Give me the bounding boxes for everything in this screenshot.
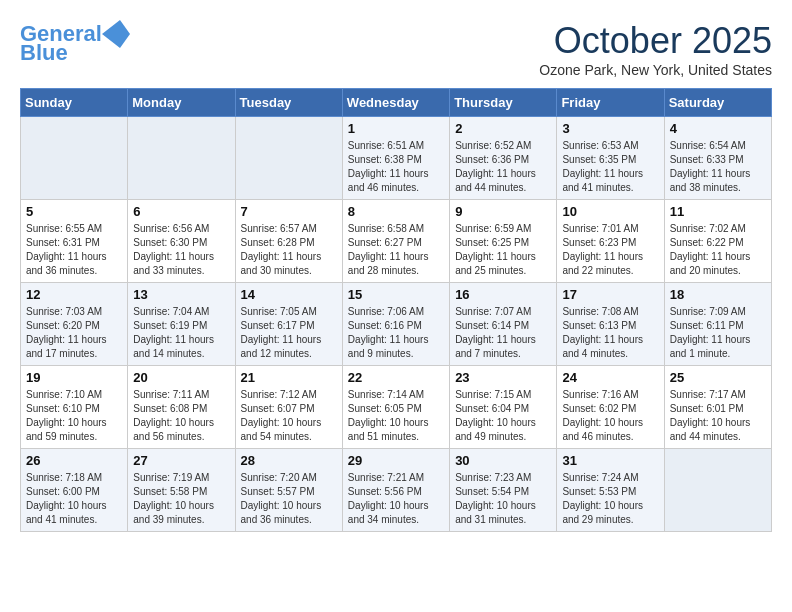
calendar-cell: [21, 117, 128, 200]
day-info: Sunrise: 7:02 AMSunset: 6:22 PMDaylight:…: [670, 222, 766, 278]
day-number: 19: [26, 370, 122, 385]
calendar-cell: 18Sunrise: 7:09 AMSunset: 6:11 PMDayligh…: [664, 283, 771, 366]
day-number: 1: [348, 121, 444, 136]
calendar-cell: 25Sunrise: 7:17 AMSunset: 6:01 PMDayligh…: [664, 366, 771, 449]
day-info: Sunrise: 6:59 AMSunset: 6:25 PMDaylight:…: [455, 222, 551, 278]
day-number: 28: [241, 453, 337, 468]
day-number: 22: [348, 370, 444, 385]
day-info: Sunrise: 7:14 AMSunset: 6:05 PMDaylight:…: [348, 388, 444, 444]
day-number: 17: [562, 287, 658, 302]
day-number: 15: [348, 287, 444, 302]
calendar-cell: 6Sunrise: 6:56 AMSunset: 6:30 PMDaylight…: [128, 200, 235, 283]
day-number: 3: [562, 121, 658, 136]
day-number: 11: [670, 204, 766, 219]
day-number: 9: [455, 204, 551, 219]
calendar-cell: 24Sunrise: 7:16 AMSunset: 6:02 PMDayligh…: [557, 366, 664, 449]
day-info: Sunrise: 7:24 AMSunset: 5:53 PMDaylight:…: [562, 471, 658, 527]
calendar-cell: 9Sunrise: 6:59 AMSunset: 6:25 PMDaylight…: [450, 200, 557, 283]
day-info: Sunrise: 6:54 AMSunset: 6:33 PMDaylight:…: [670, 139, 766, 195]
calendar-cell: 28Sunrise: 7:20 AMSunset: 5:57 PMDayligh…: [235, 449, 342, 532]
day-number: 10: [562, 204, 658, 219]
weekday-header: Saturday: [664, 89, 771, 117]
calendar-cell: 7Sunrise: 6:57 AMSunset: 6:28 PMDaylight…: [235, 200, 342, 283]
day-number: 21: [241, 370, 337, 385]
day-info: Sunrise: 7:23 AMSunset: 5:54 PMDaylight:…: [455, 471, 551, 527]
day-info: Sunrise: 7:01 AMSunset: 6:23 PMDaylight:…: [562, 222, 658, 278]
day-number: 18: [670, 287, 766, 302]
calendar-table: SundayMondayTuesdayWednesdayThursdayFrid…: [20, 88, 772, 532]
day-info: Sunrise: 7:09 AMSunset: 6:11 PMDaylight:…: [670, 305, 766, 361]
calendar-week-row: 26Sunrise: 7:18 AMSunset: 6:00 PMDayligh…: [21, 449, 772, 532]
day-number: 7: [241, 204, 337, 219]
calendar-cell: 11Sunrise: 7:02 AMSunset: 6:22 PMDayligh…: [664, 200, 771, 283]
day-number: 6: [133, 204, 229, 219]
day-info: Sunrise: 6:51 AMSunset: 6:38 PMDaylight:…: [348, 139, 444, 195]
day-info: Sunrise: 6:55 AMSunset: 6:31 PMDaylight:…: [26, 222, 122, 278]
day-info: Sunrise: 7:08 AMSunset: 6:13 PMDaylight:…: [562, 305, 658, 361]
calendar-cell: 29Sunrise: 7:21 AMSunset: 5:56 PMDayligh…: [342, 449, 449, 532]
weekday-header: Monday: [128, 89, 235, 117]
day-info: Sunrise: 7:05 AMSunset: 6:17 PMDaylight:…: [241, 305, 337, 361]
day-info: Sunrise: 6:56 AMSunset: 6:30 PMDaylight:…: [133, 222, 229, 278]
calendar-cell: 12Sunrise: 7:03 AMSunset: 6:20 PMDayligh…: [21, 283, 128, 366]
calendar-cell: 8Sunrise: 6:58 AMSunset: 6:27 PMDaylight…: [342, 200, 449, 283]
calendar-cell: 27Sunrise: 7:19 AMSunset: 5:58 PMDayligh…: [128, 449, 235, 532]
weekday-header: Wednesday: [342, 89, 449, 117]
calendar-cell: 1Sunrise: 6:51 AMSunset: 6:38 PMDaylight…: [342, 117, 449, 200]
day-info: Sunrise: 7:21 AMSunset: 5:56 PMDaylight:…: [348, 471, 444, 527]
calendar-cell: 16Sunrise: 7:07 AMSunset: 6:14 PMDayligh…: [450, 283, 557, 366]
day-number: 2: [455, 121, 551, 136]
day-info: Sunrise: 6:53 AMSunset: 6:35 PMDaylight:…: [562, 139, 658, 195]
day-info: Sunrise: 6:52 AMSunset: 6:36 PMDaylight:…: [455, 139, 551, 195]
weekday-header: Thursday: [450, 89, 557, 117]
calendar-cell: [664, 449, 771, 532]
calendar-cell: 17Sunrise: 7:08 AMSunset: 6:13 PMDayligh…: [557, 283, 664, 366]
day-number: 12: [26, 287, 122, 302]
calendar-cell: 31Sunrise: 7:24 AMSunset: 5:53 PMDayligh…: [557, 449, 664, 532]
day-number: 13: [133, 287, 229, 302]
day-info: Sunrise: 7:04 AMSunset: 6:19 PMDaylight:…: [133, 305, 229, 361]
day-info: Sunrise: 7:10 AMSunset: 6:10 PMDaylight:…: [26, 388, 122, 444]
day-number: 25: [670, 370, 766, 385]
day-info: Sunrise: 7:20 AMSunset: 5:57 PMDaylight:…: [241, 471, 337, 527]
day-number: 4: [670, 121, 766, 136]
calendar-header-row: SundayMondayTuesdayWednesdayThursdayFrid…: [21, 89, 772, 117]
day-number: 16: [455, 287, 551, 302]
day-info: Sunrise: 7:06 AMSunset: 6:16 PMDaylight:…: [348, 305, 444, 361]
page-header: General Blue October 2025 Ozone Park, Ne…: [20, 20, 772, 78]
calendar-cell: 23Sunrise: 7:15 AMSunset: 6:04 PMDayligh…: [450, 366, 557, 449]
calendar-week-row: 5Sunrise: 6:55 AMSunset: 6:31 PMDaylight…: [21, 200, 772, 283]
day-info: Sunrise: 7:19 AMSunset: 5:58 PMDaylight:…: [133, 471, 229, 527]
calendar-cell: 20Sunrise: 7:11 AMSunset: 6:08 PMDayligh…: [128, 366, 235, 449]
day-info: Sunrise: 7:11 AMSunset: 6:08 PMDaylight:…: [133, 388, 229, 444]
calendar-cell: 22Sunrise: 7:14 AMSunset: 6:05 PMDayligh…: [342, 366, 449, 449]
svg-marker-0: [102, 20, 130, 48]
day-info: Sunrise: 7:15 AMSunset: 6:04 PMDaylight:…: [455, 388, 551, 444]
day-info: Sunrise: 7:07 AMSunset: 6:14 PMDaylight:…: [455, 305, 551, 361]
day-number: 29: [348, 453, 444, 468]
day-info: Sunrise: 7:17 AMSunset: 6:01 PMDaylight:…: [670, 388, 766, 444]
day-number: 5: [26, 204, 122, 219]
day-info: Sunrise: 7:18 AMSunset: 6:00 PMDaylight:…: [26, 471, 122, 527]
calendar-week-row: 1Sunrise: 6:51 AMSunset: 6:38 PMDaylight…: [21, 117, 772, 200]
day-info: Sunrise: 7:16 AMSunset: 6:02 PMDaylight:…: [562, 388, 658, 444]
day-number: 14: [241, 287, 337, 302]
logo: General Blue: [20, 20, 130, 64]
day-info: Sunrise: 7:03 AMSunset: 6:20 PMDaylight:…: [26, 305, 122, 361]
calendar-week-row: 12Sunrise: 7:03 AMSunset: 6:20 PMDayligh…: [21, 283, 772, 366]
calendar-cell: 15Sunrise: 7:06 AMSunset: 6:16 PMDayligh…: [342, 283, 449, 366]
calendar-week-row: 19Sunrise: 7:10 AMSunset: 6:10 PMDayligh…: [21, 366, 772, 449]
day-number: 26: [26, 453, 122, 468]
weekday-header: Friday: [557, 89, 664, 117]
calendar-cell: 13Sunrise: 7:04 AMSunset: 6:19 PMDayligh…: [128, 283, 235, 366]
calendar-cell: 14Sunrise: 7:05 AMSunset: 6:17 PMDayligh…: [235, 283, 342, 366]
day-number: 27: [133, 453, 229, 468]
calendar-cell: 5Sunrise: 6:55 AMSunset: 6:31 PMDaylight…: [21, 200, 128, 283]
month-title: October 2025: [539, 20, 772, 62]
title-block: October 2025 Ozone Park, New York, Unite…: [539, 20, 772, 78]
day-number: 8: [348, 204, 444, 219]
day-number: 23: [455, 370, 551, 385]
calendar-cell: 21Sunrise: 7:12 AMSunset: 6:07 PMDayligh…: [235, 366, 342, 449]
day-number: 24: [562, 370, 658, 385]
weekday-header: Sunday: [21, 89, 128, 117]
